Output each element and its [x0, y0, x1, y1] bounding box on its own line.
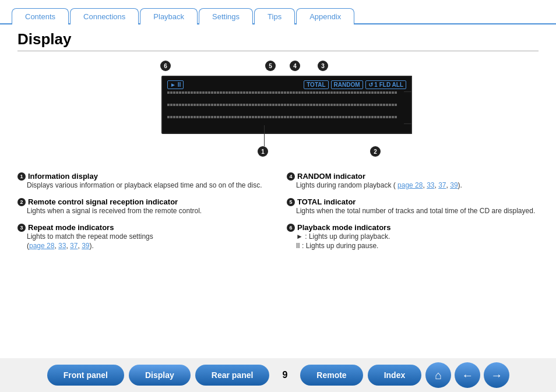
- desc-text-2: Lights when a signal is received from th…: [27, 206, 269, 216]
- tab-connections[interactable]: Connections: [70, 8, 139, 24]
- tab-contents[interactable]: Contents: [12, 8, 69, 24]
- desc-text-6: ► : Lights up during playback. II : Ligh…: [296, 232, 539, 252]
- callout-6: 6: [160, 61, 171, 71]
- page-number: 9: [282, 370, 287, 380]
- led-row-2: [167, 104, 406, 113]
- link-33-right[interactable]: 33: [427, 181, 434, 189]
- link-39-right[interactable]: 39: [450, 181, 458, 189]
- desc-num-1: 1: [17, 172, 26, 181]
- link-39-left[interactable]: 39: [82, 242, 89, 250]
- desc-title-2: 2 Remote control signal reception indica…: [17, 197, 269, 206]
- desc-title-text-5: TOTAL indicator: [297, 197, 356, 206]
- desc-item-4: 4 RANDOM indicator Lights during random …: [287, 172, 539, 190]
- desc-num-6: 6: [287, 224, 295, 232]
- right-callout-line: [411, 76, 412, 134]
- play-pause-badge: ► II: [167, 80, 184, 89]
- forward-button[interactable]: →: [484, 362, 509, 388]
- tab-appendix[interactable]: Appendix: [296, 8, 354, 24]
- back-button[interactable]: ←: [455, 362, 480, 388]
- desc-title-1: 1 Information display: [17, 172, 269, 181]
- desc-title-6: 6 Playback mode indicators: [287, 223, 539, 232]
- desc-bullet-play: ► : Lights up during playback.: [296, 232, 390, 241]
- link-page28-left[interactable]: page 28: [29, 242, 54, 250]
- desc-text-5: Lights when the total number of tracks a…: [296, 206, 539, 216]
- callout-4: 4: [290, 61, 300, 71]
- repeat-badge: ↺ 1 FLD ALL: [365, 80, 406, 89]
- diagram-wrapper: 6 5 4 3 ► II TOTAL RANDOM ↺ 1 FLD ALL: [132, 59, 424, 161]
- desc-text-4: Lights during random playback ( page 28,…: [296, 181, 539, 190]
- link-37-right[interactable]: 37: [438, 181, 446, 189]
- desc-num-2: 2: [17, 198, 26, 206]
- desc-title-text-3: Repeat mode indicators: [28, 223, 114, 232]
- led-row-3: [167, 116, 406, 125]
- tab-playback[interactable]: Playback: [140, 8, 198, 24]
- forward-icon: →: [491, 369, 502, 382]
- desc-title-5: 5 TOTAL indicator: [287, 197, 539, 206]
- rear-panel-button[interactable]: Rear panel: [195, 365, 270, 386]
- total-badge: TOTAL: [304, 80, 328, 89]
- display-button[interactable]: Display: [129, 365, 191, 386]
- desc-item-3: 3 Repeat mode indicators Lights to match…: [17, 223, 269, 252]
- bottom-navigation: Front panel Display Rear panel 9 Remote …: [0, 358, 556, 392]
- remote-button[interactable]: Remote: [300, 365, 363, 386]
- desc-right-col: 4 RANDOM indicator Lights during random …: [287, 172, 539, 258]
- callout-5: 5: [265, 61, 276, 71]
- desc-num-3: 3: [17, 224, 26, 232]
- desc-num-4: 4: [287, 172, 295, 181]
- desc-item-2: 2 Remote control signal reception indica…: [17, 197, 269, 216]
- desc-title-text-1: Information display: [28, 172, 98, 181]
- page-title: Display: [17, 30, 539, 51]
- display-screen: ► II TOTAL RANDOM ↺ 1 FLD ALL: [161, 76, 412, 134]
- desc-text-1: Displays various information or playback…: [27, 181, 269, 190]
- line-from-1: [264, 125, 265, 146]
- desc-title-text-6: Playback mode indicators: [297, 223, 390, 232]
- desc-num-5: 5: [287, 198, 295, 206]
- back-icon: ←: [462, 369, 473, 382]
- index-button[interactable]: Index: [368, 365, 422, 386]
- descriptions: 1 Information display Displays various i…: [17, 172, 539, 258]
- link-33-left[interactable]: 33: [58, 242, 66, 250]
- desc-item-1: 1 Information display Displays various i…: [17, 172, 269, 190]
- tab-tips[interactable]: Tips: [254, 8, 295, 24]
- link-37-left[interactable]: 37: [70, 242, 78, 250]
- desc-bullet-pause: II : Lights up during pause.: [296, 242, 378, 250]
- desc-item-5: 5 TOTAL indicator Lights when the total …: [287, 197, 539, 216]
- tab-settings[interactable]: Settings: [199, 8, 253, 24]
- led-row-1: [167, 91, 406, 101]
- navigation-tabs: Contents Connections Playback Settings T…: [0, 0, 556, 24]
- display-top-row: ► II TOTAL RANDOM ↺ 1 FLD ALL: [167, 80, 406, 89]
- callout-3: 3: [318, 61, 328, 71]
- display-inner: ► II TOTAL RANDOM ↺ 1 FLD ALL: [167, 80, 406, 129]
- line-to-3: [404, 91, 412, 92]
- desc-title-4: 4 RANDOM indicator: [287, 172, 539, 181]
- desc-title-3: 3 Repeat mode indicators: [17, 223, 269, 232]
- random-badge: RANDOM: [331, 80, 363, 89]
- page-content: Display 6 5 4 3 ► II TOTAL RANDOM: [0, 24, 556, 258]
- desc-title-text-2: Remote control signal reception indicato…: [28, 197, 178, 206]
- display-diagram: 6 5 4 3 ► II TOTAL RANDOM ↺ 1 FLD ALL: [17, 59, 539, 161]
- home-icon: ⌂: [435, 369, 442, 382]
- callout-1: 1: [258, 146, 268, 157]
- home-button[interactable]: ⌂: [425, 362, 451, 388]
- link-page28-right[interactable]: page 28: [397, 181, 423, 189]
- desc-left-col: 1 Information display Displays various i…: [17, 172, 269, 258]
- front-panel-button[interactable]: Front panel: [47, 365, 124, 386]
- desc-text-3: Lights to match the repeat mode settings…: [27, 232, 269, 252]
- callout-2: 2: [370, 146, 381, 157]
- desc-item-6: 6 Playback mode indicators ► : Lights up…: [287, 223, 539, 252]
- line-to-2: [404, 123, 412, 124]
- desc-title-text-4: RANDOM indicator: [297, 172, 365, 181]
